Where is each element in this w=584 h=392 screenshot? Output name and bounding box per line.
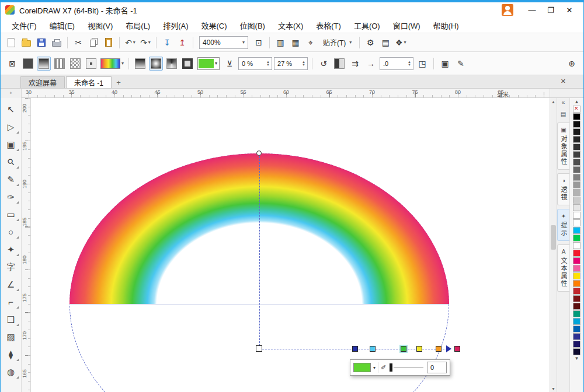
show-guidelines-button[interactable]: ⌖ xyxy=(304,36,318,50)
menu-view[interactable]: 视图(V) xyxy=(81,18,119,33)
palette-color-swatch[interactable] xyxy=(573,212,580,219)
options-button[interactable]: ⚙ xyxy=(363,36,377,50)
spinner-icon[interactable]: ▲▼ xyxy=(408,61,411,66)
ellipse-tool[interactable]: ○ xyxy=(2,223,20,240)
node-position-field[interactable]: 27 %▲▼ xyxy=(274,57,308,70)
palette-color-swatch[interactable] xyxy=(573,288,580,295)
fill-width-field[interactable]: .0▲▼ xyxy=(380,57,413,70)
palette-color-swatch[interactable] xyxy=(573,189,580,196)
docker-tab-text-properties[interactable]: A文本属性 xyxy=(557,244,569,292)
drawing-canvas[interactable]: ▾ ✐ 0 xyxy=(31,98,550,392)
fill-origin-handle[interactable] xyxy=(256,345,262,352)
reverse-fill-button[interactable]: ↺ xyxy=(317,57,331,71)
palette-color-swatch[interactable] xyxy=(573,265,580,272)
tab-welcome-screen[interactable]: 欢迎屏幕 xyxy=(20,76,65,88)
arrow-icon-button[interactable]: → xyxy=(364,57,378,71)
palette-color-swatch[interactable] xyxy=(573,227,580,234)
freehand-tool[interactable]: ✎ xyxy=(2,171,20,187)
vertical-ruler[interactable]: 200195190185180175170165 xyxy=(22,98,31,392)
menu-table[interactable]: 表格(T) xyxy=(310,18,347,33)
import-button[interactable]: ↧ xyxy=(160,36,174,50)
palette-color-swatch[interactable] xyxy=(573,318,580,325)
palette-color-swatch[interactable] xyxy=(573,144,580,150)
smooth-transition-button[interactable] xyxy=(332,57,346,71)
copy-button[interactable] xyxy=(86,36,100,50)
add-preset-button[interactable]: ⊕ xyxy=(565,57,579,71)
minimize-button[interactable]: — xyxy=(523,4,541,16)
palette-color-swatch[interactable] xyxy=(573,333,580,340)
paste-button[interactable] xyxy=(102,36,116,50)
free-scale-skew-button[interactable]: ◳ xyxy=(415,57,429,71)
menu-file[interactable]: 文件(F) xyxy=(5,18,43,33)
artistic-media-tool[interactable]: ✑ xyxy=(2,188,20,205)
palette-color-swatch[interactable] xyxy=(573,295,580,302)
interactive-fill-tool[interactable]: ◍ xyxy=(2,363,20,380)
vertical-scrollbar[interactable]: ▲ ▼ xyxy=(550,98,557,392)
node-transparency-field[interactable]: 0 %▲▼ xyxy=(238,57,272,70)
docker-tab-hints[interactable]: ✦提示 xyxy=(557,209,569,241)
polygon-tool[interactable]: ✦ xyxy=(2,241,20,257)
zoom-level-select[interactable]: 400%▾ xyxy=(199,36,248,49)
palette-color-swatch[interactable] xyxy=(573,159,580,166)
zoom-tool[interactable]: ⚲ xyxy=(2,153,20,170)
chevron-down-icon[interactable]: ▾ xyxy=(121,61,124,66)
text-tool[interactable]: 字 xyxy=(2,258,20,275)
palette-color-swatch[interactable] xyxy=(573,272,580,279)
docker-tab-object-properties[interactable]: ▣对象属性 xyxy=(557,123,569,170)
spinner-icon[interactable]: ▲▼ xyxy=(266,61,270,66)
menu-text[interactable]: 文本(X) xyxy=(272,18,310,33)
palette-color-swatch[interactable] xyxy=(573,257,580,264)
ruler-origin[interactable]: ⌖ xyxy=(1,89,22,98)
maximize-button[interactable]: ❐ xyxy=(541,4,560,16)
chevron-down-icon[interactable]: ▾ xyxy=(148,40,151,45)
palette-color-swatch[interactable] xyxy=(573,136,580,143)
gradient-node-marker[interactable] xyxy=(436,346,442,352)
palette-color-swatch[interactable] xyxy=(573,128,580,135)
docker-quick-customize-icon[interactable]: ▤ xyxy=(561,111,566,119)
popup-transparency-slider[interactable] xyxy=(388,363,425,372)
crop-tool[interactable]: ▣ xyxy=(2,136,20,152)
menu-bitmaps[interactable]: 位图(B) xyxy=(234,18,272,33)
scrollbar-thumb[interactable] xyxy=(551,225,556,250)
chevron-down-icon[interactable]: ▾ xyxy=(404,40,406,45)
fountain-fill-button[interactable] xyxy=(37,57,51,71)
palette-color-swatch[interactable] xyxy=(573,197,580,204)
popup-value-field[interactable]: 0 xyxy=(427,362,447,373)
chevron-down-icon[interactable]: ▾ xyxy=(242,40,245,45)
export-button[interactable]: ↥ xyxy=(175,36,189,50)
snap-to-dropdown[interactable]: 贴齐(T)▾ xyxy=(319,36,356,49)
palette-scroll-down-icon[interactable]: ▼ xyxy=(575,356,579,362)
show-rulers-button[interactable]: ▥ xyxy=(273,36,287,50)
horizontal-ruler[interactable]: 毫米 303540455055606570758085 xyxy=(22,89,550,97)
palette-color-swatch[interactable] xyxy=(573,242,580,249)
rectangle-tool[interactable]: ▭ xyxy=(2,206,20,222)
app-launcher-button[interactable]: ❖▾ xyxy=(394,36,408,50)
palette-color-swatch[interactable] xyxy=(573,235,580,242)
palette-color-swatch[interactable] xyxy=(573,204,580,211)
chevron-down-icon[interactable]: ▾ xyxy=(214,61,218,66)
full-screen-preview-button[interactable]: ⊡ xyxy=(252,36,266,50)
conical-fountain-fill-button[interactable] xyxy=(165,57,179,71)
palette-color-swatch[interactable] xyxy=(573,341,580,348)
straight-line-connector-tool[interactable]: ⌐ xyxy=(2,293,20,310)
new-document-button[interactable] xyxy=(4,36,18,50)
palette-color-swatch[interactable] xyxy=(573,151,580,158)
palette-color-swatch[interactable] xyxy=(573,181,580,188)
palette-color-swatch[interactable] xyxy=(573,219,580,226)
spinner-icon[interactable]: ▲▼ xyxy=(302,61,305,66)
palette-color-swatch[interactable] xyxy=(573,166,580,173)
redo-button[interactable]: ↷▾ xyxy=(138,36,152,50)
gradient-node-marker[interactable] xyxy=(352,346,358,352)
palette-color-swatch[interactable] xyxy=(573,250,580,257)
menu-window[interactable]: 窗口(W) xyxy=(387,18,427,33)
menu-effects[interactable]: 效果(C) xyxy=(195,18,234,33)
rectangular-fountain-fill-button[interactable] xyxy=(180,57,194,71)
popup-color-swatch[interactable] xyxy=(353,363,371,372)
color-eyedropper-tool[interactable]: ⧫ xyxy=(2,346,20,362)
close-button[interactable]: ✕ xyxy=(560,4,579,16)
chevron-down-icon[interactable]: ▾ xyxy=(133,40,135,45)
node-transparency-picker-button[interactable]: ⊻ xyxy=(223,57,237,71)
palette-color-swatch[interactable] xyxy=(573,310,580,317)
parallel-dimension-tool[interactable]: ∠ xyxy=(2,276,20,292)
acceleration-button[interactable]: ⇉ xyxy=(348,57,362,71)
